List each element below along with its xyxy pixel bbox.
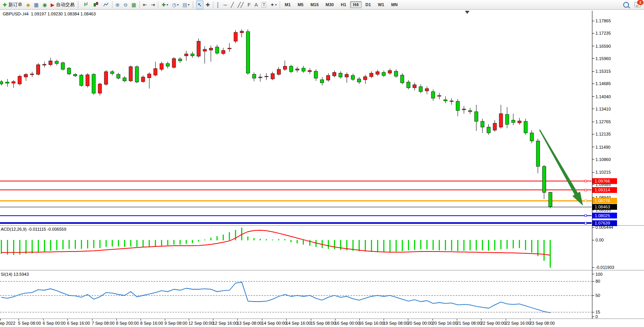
candle[interactable] — [468, 111, 472, 112]
candle[interactable] — [524, 121, 527, 133]
candle[interactable] — [92, 74, 96, 93]
candle[interactable] — [234, 32, 237, 41]
candle[interactable] — [431, 92, 435, 98]
candle[interactable] — [228, 48, 231, 49]
line-handle[interactable] — [585, 200, 587, 202]
candle[interactable] — [505, 114, 509, 124]
timeframe-w1-button[interactable]: W1 — [375, 1, 387, 8]
candle[interactable] — [135, 67, 139, 82]
notifications-icon[interactable]: 1 — [634, 2, 641, 7]
candle[interactable] — [327, 75, 330, 80]
text-button[interactable]: A — [253, 0, 260, 9]
timeframe-mn-button[interactable]: MN — [388, 1, 401, 8]
candle[interactable] — [209, 48, 213, 50]
timeframe-m1-button[interactable]: M1 — [282, 1, 293, 8]
candle[interactable] — [12, 82, 15, 83]
candle[interactable] — [444, 100, 447, 101]
templates-button[interactable]: ▤▾ — [181, 0, 191, 9]
crosshair-button[interactable]: ✚ — [204, 0, 211, 9]
search-icon[interactable] — [623, 2, 629, 8]
candle[interactable] — [252, 74, 256, 78]
auto-trading-button[interactable]: ▶自动交易 — [49, 0, 76, 9]
candle[interactable] — [382, 72, 386, 75]
candle[interactable] — [295, 69, 299, 70]
timeframe-h1-button[interactable]: H1 — [338, 1, 349, 8]
vertical-line-button[interactable]: │ — [215, 0, 221, 9]
candle[interactable] — [246, 32, 250, 73]
candle[interactable] — [530, 133, 533, 141]
candle[interactable] — [141, 77, 145, 82]
chart-shift-marker-icon[interactable] — [465, 11, 470, 14]
fibonacci-button[interactable]: F — [246, 0, 252, 9]
market-watch-button[interactable]: ▦ — [32, 0, 40, 9]
candle[interactable] — [258, 77, 262, 78]
new-chart-button[interactable]: ✚▾ — [160, 0, 169, 9]
candle[interactable] — [123, 78, 126, 81]
candle[interactable] — [314, 71, 318, 78]
bar-chart-button[interactable] — [81, 0, 91, 9]
new-order-button[interactable]: ✚新订单 — [1, 0, 24, 9]
candle[interactable] — [407, 82, 410, 88]
candle[interactable] — [536, 141, 540, 166]
arrows-button[interactable]: ✦▾ — [268, 0, 278, 9]
candle[interactable] — [148, 74, 151, 78]
candle[interactable] — [111, 72, 114, 74]
candle[interactable] — [302, 68, 305, 71]
candlestick-chart-button[interactable] — [91, 0, 101, 9]
timeframe-h4-button[interactable]: H4 — [350, 1, 362, 8]
zoom-out-button[interactable]: ⊖ — [122, 0, 129, 9]
candle[interactable] — [0, 82, 3, 84]
candle[interactable] — [197, 41, 200, 56]
candle[interactable] — [86, 75, 89, 86]
candle[interactable] — [30, 74, 34, 75]
candle[interactable] — [24, 74, 28, 77]
candle[interactable] — [74, 74, 77, 76]
candle[interactable] — [129, 67, 132, 81]
candle[interactable] — [351, 75, 355, 79]
candle[interactable] — [388, 70, 392, 73]
candle[interactable] — [475, 112, 478, 121]
candle[interactable] — [184, 54, 188, 56]
candle[interactable] — [542, 166, 546, 192]
candle[interactable] — [166, 64, 169, 66]
candle[interactable] — [339, 73, 342, 77]
candle[interactable] — [456, 101, 460, 111]
candle[interactable] — [283, 66, 287, 69]
tile-windows-button[interactable]: ▦ — [130, 0, 138, 9]
candle[interactable] — [376, 72, 379, 74]
candle[interactable] — [49, 61, 52, 65]
line-chart-button[interactable] — [101, 0, 111, 9]
candle[interactable] — [172, 59, 176, 67]
periods-button[interactable]: ◷▾ — [170, 0, 180, 9]
candle[interactable] — [18, 76, 22, 84]
trendline-button[interactable]: ╱ — [229, 0, 235, 9]
candle[interactable] — [308, 70, 312, 72]
candle[interactable] — [215, 47, 219, 53]
profiles-button[interactable]: ◆ — [25, 0, 32, 9]
line-handle[interactable] — [585, 180, 587, 182]
candle[interactable] — [240, 31, 243, 33]
auto-scroll-button[interactable]: ⇥ — [149, 0, 157, 9]
candle[interactable] — [55, 61, 59, 64]
candle[interactable] — [43, 64, 46, 65]
candle[interactable] — [499, 114, 503, 127]
line-handle[interactable] — [585, 222, 587, 224]
timeframe-d1-button[interactable]: D1 — [362, 1, 374, 8]
candle[interactable] — [271, 74, 274, 79]
candle[interactable] — [481, 121, 484, 127]
candle[interactable] — [6, 82, 9, 83]
timeframe-m15-button[interactable]: M15 — [307, 1, 322, 8]
candle[interactable] — [104, 72, 108, 84]
candle[interactable] — [370, 73, 373, 77]
candle[interactable] — [425, 89, 429, 91]
candle[interactable] — [413, 85, 416, 88]
candle[interactable] — [493, 123, 496, 130]
candle[interactable] — [67, 68, 71, 74]
candle[interactable] — [37, 65, 40, 74]
candle[interactable] — [191, 54, 194, 56]
candle[interactable] — [117, 74, 120, 78]
candle[interactable] — [333, 72, 336, 76]
candle[interactable] — [61, 63, 65, 69]
candle[interactable] — [203, 49, 206, 51]
line-handle[interactable] — [585, 189, 587, 191]
